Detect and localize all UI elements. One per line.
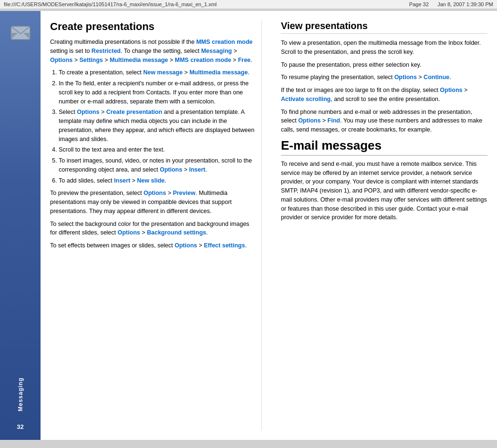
background-paragraph: To select the background color for the p…: [50, 220, 257, 238]
list-item: To insert images, sound, video, or notes…: [59, 156, 257, 174]
view-p4: If the text or images are too large to f…: [281, 86, 487, 104]
view-p5: To find phone numbers and e-mail or web …: [281, 108, 487, 134]
intro-paragraph: Creating multimedia presentations is not…: [50, 38, 257, 64]
sidebar-label: Messaging: [17, 377, 24, 411]
page-info: Page 32 Jan 8, 2007 1:39:30 PM: [409, 1, 493, 7]
email-paragraph: To receive and send e-mail, you must hav…: [281, 160, 487, 222]
steps-list: To create a presentation, select New mes…: [59, 68, 257, 185]
title-bar: file:///C:/USERS/MODEServer/lkatajis/110…: [0, 0, 497, 9]
left-column: Create presentations Creating multimedia…: [50, 20, 262, 430]
create-presentations-heading: Create presentations: [50, 20, 257, 33]
view-presentations-heading: View presentations: [281, 20, 487, 34]
list-item: Scroll to the text area and enter the te…: [59, 145, 257, 154]
sidebar: Messaging 32: [0, 11, 41, 440]
list-item: In the To field, enter a recipient's num…: [59, 79, 257, 106]
view-p3: To resume playing the presentation, sele…: [281, 73, 487, 82]
list-item: To add slides, select Insert > New slide…: [59, 176, 257, 185]
right-column: View presentations To view a presentatio…: [276, 20, 487, 430]
list-item: Select Options > Create presentation and…: [59, 108, 257, 143]
preview-paragraph: To preview the presentation, select Opti…: [50, 189, 257, 215]
filepath: file:///C:/USERS/MODEServer/lkatajis/110…: [4, 1, 217, 7]
list-item: To create a presentation, select New mes…: [59, 68, 257, 77]
page-number: 32: [17, 423, 23, 430]
main-container: Messaging 32 Create presentations Creati…: [0, 11, 497, 440]
email-messages-heading: E-mail messages: [281, 138, 487, 156]
effects-paragraph: To set effects between images or slides,…: [50, 241, 257, 250]
view-p1: To view a presentation, open the multime…: [281, 39, 487, 57]
view-p2: To pause the presentation, press either …: [281, 61, 487, 70]
content-area: Create presentations Creating multimedia…: [41, 11, 497, 440]
messaging-icon: [8, 20, 33, 45]
